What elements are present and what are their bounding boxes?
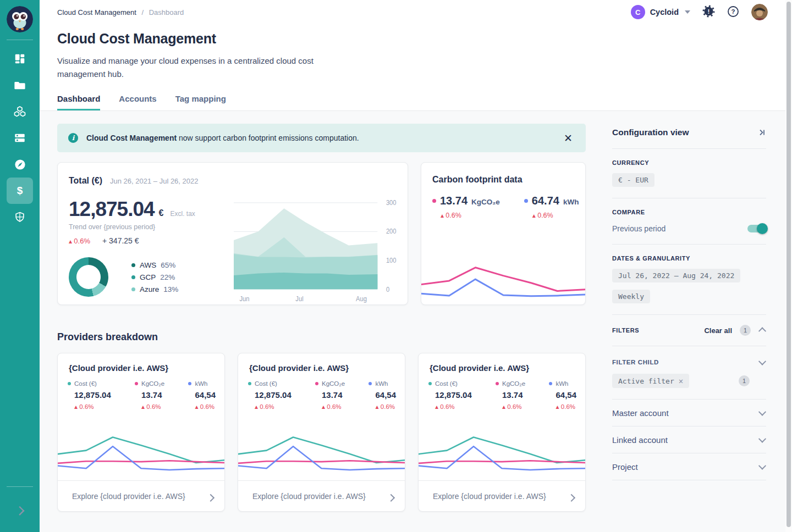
sidebar-item-dashboard[interactable] [7, 46, 33, 72]
provider-card-title: {Cloud provider i.e. AWS} [419, 353, 585, 373]
config-panel-title: Configuration view [612, 128, 689, 137]
date-range-chip[interactable]: Jul 26, 2022 — Aug 24, 2022 [612, 269, 740, 282]
sidebar-item-observe[interactable] [7, 151, 33, 178]
tab-dashboard[interactable]: Dashboard [57, 94, 100, 110]
carbon-metric-kgco2e: 13.74 KgCO₂e 0.6% [432, 195, 500, 219]
sidebar-divider [7, 486, 33, 487]
legend-item-aws: AWS 65% [131, 261, 178, 269]
explore-provider-button[interactable]: Explore {cloud provider i.e. AWS} [238, 480, 405, 511]
filters-count-badge: 1 [740, 325, 751, 336]
total-amount: 12,875.04 [69, 198, 155, 221]
explore-provider-button[interactable]: Explore {cloud provider i.e. AWS} [419, 480, 585, 511]
pink-dot-icon [315, 382, 318, 385]
org-name: Cycloid [650, 8, 679, 16]
teal-dot-icon [428, 382, 432, 385]
shield-icon [14, 211, 26, 223]
provider-metric-cost: Cost (€) 12,875.04 0.6% [428, 380, 472, 411]
sidebar-item-projects[interactable] [7, 72, 33, 98]
cycloid-logo[interactable] [7, 0, 33, 32]
gcp-dot-icon [131, 275, 135, 279]
provider-metric-kgco2e: KgCO₂e 13.74 0.6% [135, 380, 164, 411]
carbon-trend-chart [421, 263, 585, 304]
tab-tag-mapping[interactable]: Tag mapping [175, 94, 226, 110]
svg-text:300: 300 [386, 199, 397, 207]
active-filter-chip[interactable]: Active filter ✕ [612, 374, 689, 388]
chevron-down-icon[interactable] [758, 358, 766, 366]
scrollbar-thumb[interactable] [787, 2, 791, 527]
accordion-master-account[interactable]: Master account [612, 400, 766, 426]
divider [612, 480, 766, 480]
provider-metric-kgco2e: KgCO₂e 13.74 0.6% [496, 380, 525, 411]
remove-filter-icon[interactable]: ✕ [679, 376, 683, 385]
sidebar: $ [0, 0, 40, 532]
tab-accounts[interactable]: Accounts [119, 94, 156, 110]
scrollbar[interactable] [785, 0, 792, 532]
chevron-right-icon [207, 492, 215, 500]
info-banner: i Cloud Cost Management now support carb… [57, 124, 586, 152]
chevron-down-icon [758, 409, 766, 417]
aws-dot-icon [131, 263, 135, 267]
collapse-panel-icon[interactable] [757, 128, 766, 137]
providers-heading: Providers breakdown [57, 331, 586, 343]
org-switcher[interactable]: C Cycloid [631, 5, 690, 19]
sidebar-item-stacks[interactable] [7, 98, 33, 125]
filter-child-count-badge: 1 [739, 375, 750, 386]
provider-trend-chart [58, 433, 224, 480]
info-icon: i [68, 133, 78, 143]
dates-granularity-label: DATES & GRANULARITY [612, 255, 766, 262]
compare-label: COMPARE [612, 209, 766, 215]
sidebar-expand-button[interactable] [7, 496, 33, 522]
teal-dot-icon [248, 382, 251, 385]
previous-period-toggle[interactable] [747, 225, 766, 232]
sidebar-item-security[interactable] [7, 204, 33, 230]
clear-all-filters-button[interactable]: Clear all [704, 326, 732, 335]
provider-card-title: {Cloud provider i.e. AWS} [238, 353, 405, 373]
compass-icon [14, 158, 26, 171]
gear-alert-icon: ! [702, 5, 715, 19]
user-avatar[interactable] [751, 4, 768, 20]
svg-text:$: $ [17, 185, 23, 196]
provider-trend-chart [238, 433, 405, 480]
close-icon[interactable]: ✕ [562, 131, 575, 146]
dollar-icon: $ [13, 184, 26, 197]
svg-text:100: 100 [386, 257, 397, 264]
currency-chip[interactable]: € - EUR [612, 173, 654, 187]
provider-metric-kwh: kWh 64,54 0.6% [369, 380, 396, 411]
svg-text:200: 200 [386, 228, 397, 235]
providers-donut-chart [69, 257, 108, 297]
legend-item-azure: Azure 13% [131, 285, 178, 293]
org-avatar: C [631, 5, 645, 19]
provider-metric-cost: Cost (€) 12,875.04 0.6% [68, 380, 111, 411]
provider-metric-cost: Cost (€) 12,875.04 0.6% [248, 380, 292, 411]
blue-dot-icon [524, 199, 528, 203]
carbon-card-title: Carbon footprint data [432, 175, 522, 184]
accordion-linked-account[interactable]: Linked account [612, 426, 766, 453]
trend-over-label: Trend over {previous period} [69, 223, 234, 231]
chevron-up-icon[interactable] [758, 326, 766, 334]
granularity-chip[interactable]: Weekly [612, 290, 650, 303]
page-title: Cloud Cost Management [57, 31, 768, 47]
banner-text: Cloud Cost Management now support carbon… [86, 134, 359, 142]
accordion-project[interactable]: Project [612, 453, 766, 480]
provider-metric-kgco2e: KgCO₂e 13.74 0.6% [315, 380, 345, 411]
svg-text:Jun: Jun [239, 295, 249, 302]
notifications-button[interactable]: ! [702, 5, 715, 19]
filter-child-label: FILTER CHILD [612, 359, 659, 365]
breadcrumb-parent[interactable]: Cloud Cost Management [57, 8, 136, 16]
cubes-icon [13, 105, 26, 118]
total-card-title: Total (€) [69, 176, 102, 186]
provider-card-title: {Cloud provider i.e. AWS} [58, 353, 224, 373]
help-button[interactable]: ? [727, 5, 739, 19]
svg-text:!: ! [708, 8, 710, 15]
chevron-down-icon [685, 10, 690, 14]
trend-amount: + 347.25 € [102, 236, 139, 245]
sidebar-item-cost-management[interactable]: $ [7, 178, 33, 204]
explore-provider-button[interactable]: Explore {cloud provider i.e. AWS} [58, 480, 224, 511]
chevron-down-icon [758, 436, 766, 444]
chevron-right-icon [568, 492, 575, 500]
chevron-right-icon [387, 492, 395, 500]
breadcrumb-current: Dashboard [149, 8, 184, 16]
sidebar-item-infra[interactable] [7, 125, 33, 151]
page-description: Visualize and manage your cloud expenses… [57, 54, 343, 81]
carbon-metric-kwh: 64.74 kWh 0.6% [524, 195, 579, 219]
